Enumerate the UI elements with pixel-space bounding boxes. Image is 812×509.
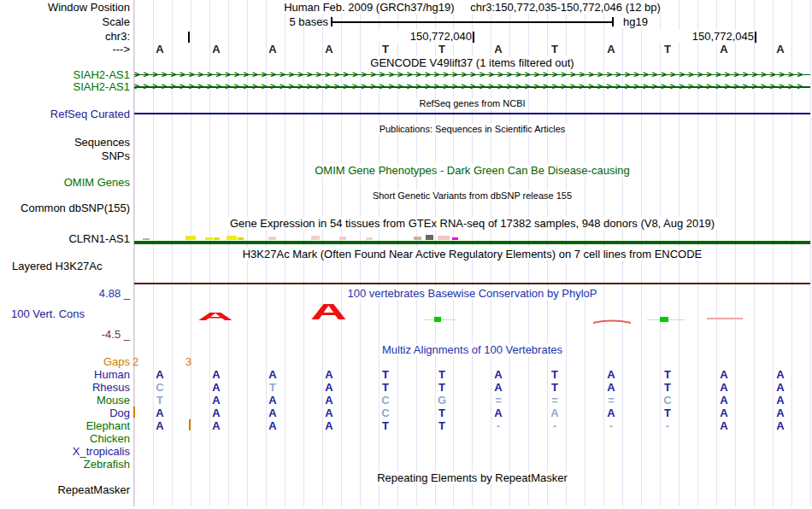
conservation-label[interactable]: 100 Vert. Cons [11,307,85,320]
sequences-label[interactable]: Sequences [0,136,130,149]
alignment-base: A [212,407,220,419]
alignment-base: - [609,419,613,432]
h3k27ac-baseline[interactable] [134,283,810,284]
repeatmasker-track-title[interactable]: Repeating Elements by RepeatMasker [134,471,810,484]
alignment-base: T [438,368,445,381]
species-label[interactable]: Human [0,368,130,381]
gencode-track-title[interactable]: GENCODE V49lift37 (1 items filtered out) [134,56,810,69]
alignment-base: A [607,368,615,381]
gtex-tissue-tick [426,235,433,240]
assembly-name: Human Feb. 2009 (GRCh37/hg19) [281,1,456,14]
alignment-base: T [551,381,558,394]
conservation-letterA: A [310,304,347,320]
h3k27ac-label[interactable]: Layered H3K27Ac [12,260,103,272]
species-label[interactable]: Rhesus [0,381,130,394]
refseq-gene-line[interactable] [134,113,810,114]
alignment-base: A [325,381,332,394]
scale-bar [331,21,613,23]
alignment-base: T [382,419,389,432]
alignment-base: A [776,394,784,407]
reference-base: T [438,43,445,56]
alignment-base: A [776,381,784,394]
repeatmasker-label[interactable]: RepeatMasker [0,483,130,496]
gtex-tissue-tick [214,237,220,240]
gaps-label[interactable]: Gaps [0,355,130,368]
alignment-base: A [494,407,502,419]
alignment-base: C [381,394,389,407]
species-label[interactable]: Mouse [0,394,130,407]
chrom-label: chr3: [0,30,130,43]
alignment-base: T [438,381,445,394]
conservation-letterA: A [197,311,233,319]
scale-bar-left-tick [331,17,332,26]
genome-browser-image: Window Position Human Feb. 2009 (GRCh37/… [0,0,812,509]
multiz-track-title[interactable]: Multiz Alignments of 100 Vertebrates [134,343,810,356]
gtex-tissue-tick [414,237,421,240]
chevron-right-icons: >>>>>>>>>>>>>>>>>>>>>>>>>>>>>>>>>>>>>>>>… [134,82,810,91]
alignment-base: A [156,419,163,432]
omim-track-title[interactable]: OMIM Gene Phenotypes - Dark Green Can Be… [134,164,810,177]
alignment-base: A [212,419,220,432]
chevron-right-icons: >>>>>>>>>>>>>>>>>>>>>>>>>>>>>>>>>>>>>>>>… [134,70,810,79]
gtex-tissue-tick [311,236,320,240]
alignment-base: A [720,407,727,419]
alignment-base: = [551,394,558,407]
publications-track-title[interactable]: Publications: Sequences in Scientific Ar… [134,124,810,134]
alignment-base: A [212,381,220,394]
conservation-axis-max: 4.88 _ [0,287,130,300]
refseq-curated-label[interactable]: RefSeq Curated [0,108,130,120]
conservation-line [707,318,743,319]
alignment-base: A [156,407,163,419]
gene-label-siah2-as1[interactable]: SIAH2-AS1 [0,80,130,93]
alignment-base: A [156,368,163,381]
species-label[interactable]: Elephant [0,419,130,432]
alignment-base: A [720,381,727,394]
alignment-base: T [382,368,389,381]
coordinate-tick [755,32,756,43]
gtex-tissue-tick [238,237,244,240]
alignment-base: A [268,394,276,407]
gtex-tissue-tick [268,237,276,240]
conservation-arc [593,314,631,320]
reference-base: T [382,43,389,56]
dbsnp-track-title[interactable]: Short Genetic Variants from dbSNP releas… [134,190,810,201]
snps-label[interactable]: SNPs [0,149,130,162]
alignment-base: A [325,407,332,419]
alignment-base: C [381,407,389,419]
transcript-direction-arrows[interactable]: >>>>>>>>>>>>>>>>>>>>>>>>>>>>>>>>>>>>>>>>… [134,82,810,92]
species-label[interactable]: Chicken [0,432,130,445]
assembly-tag: hg19 [621,15,650,28]
alignment-base: A [325,368,332,381]
h3k27ac-track-title[interactable]: H3K27Ac Mark (Often Found Near Active Re… [134,248,810,260]
conservation-square [660,317,668,322]
window-position-label: Window Position [0,1,130,14]
gtex-tissue-tick [185,236,196,240]
alignment-base: = [608,394,615,407]
species-label[interactable]: Dog [0,407,130,419]
scale-bar-right-tick [612,17,614,26]
gtex-track-title[interactable]: Gene Expression in 54 tissues from GTEx … [134,217,810,230]
alignment-gap-tick [189,419,191,430]
gtex-gene-bar[interactable] [134,241,810,244]
omim-genes-label[interactable]: OMIM Genes [0,176,130,189]
alignment-base: G [438,394,446,407]
species-label[interactable]: X_tropicalis [0,445,130,458]
alignment-base: A [268,419,276,432]
alignment-base: A [720,368,727,381]
alignment-base: A [212,368,220,381]
species-label[interactable]: Zebrafish [0,458,130,471]
alignment-base: A [268,368,276,381]
alignment-base: A [268,407,276,419]
alignment-base: - [497,419,500,432]
gtex-gene-label[interactable]: CLRN1-AS1 [0,232,130,245]
refseq-track-title[interactable]: RefSeq genes from NCBI [134,98,810,108]
alignment-base: A [607,407,615,419]
gene-label-siah2-as1[interactable]: SIAH2-AS1 [0,68,130,81]
dbsnp-label[interactable]: Common dbSNP(155) [0,202,130,214]
transcript-direction-arrows[interactable]: >>>>>>>>>>>>>>>>>>>>>>>>>>>>>>>>>>>>>>>>… [134,70,810,80]
alignment-base: T [438,419,445,432]
scale-label: Scale [0,15,130,28]
reference-base: A [268,43,276,56]
gtex-tissue-tick [438,236,450,240]
conservation-track-title[interactable]: 100 vertebrates Basewise Conservation by… [134,287,810,300]
